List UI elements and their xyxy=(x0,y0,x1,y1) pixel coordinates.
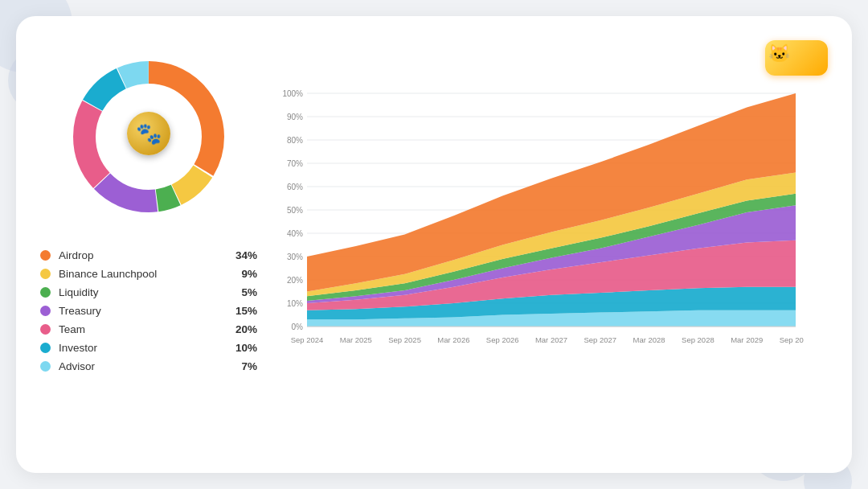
legend-dot xyxy=(40,361,51,372)
x-label: Sep 2026 xyxy=(486,335,519,344)
legend-dot xyxy=(40,250,51,261)
legend-pct: 9% xyxy=(228,268,257,280)
legend-pct: 5% xyxy=(228,286,257,298)
legend-name: Liquidity xyxy=(59,286,228,298)
x-label: Mar 2026 xyxy=(437,335,469,344)
legend-item-advisor: Advisor 7% xyxy=(40,360,257,372)
legend-item-airdrop: Airdrop 34% xyxy=(40,249,257,261)
legend-pct: 7% xyxy=(228,360,257,372)
x-label: Mar 2025 xyxy=(340,335,372,344)
y-label: 60% xyxy=(287,183,303,191)
legend-pct: 10% xyxy=(228,342,257,354)
main-card: 🐾 Airdrop 34% Binance Launchpool 9% Liqu… xyxy=(16,16,852,473)
legend-name: Investor xyxy=(59,342,228,354)
donut-chart: 🐾 xyxy=(60,48,237,225)
y-label: 70% xyxy=(287,159,303,168)
legend-name: Treasury xyxy=(59,305,228,317)
x-label: Sep 2027 xyxy=(583,335,616,344)
legend-item-investor: Investor 10% xyxy=(40,342,257,354)
x-label: Sep 2024 xyxy=(291,335,324,344)
legend-item-binance-launchpool: Binance Launchpool 9% xyxy=(40,268,257,280)
y-label: 20% xyxy=(287,276,303,285)
y-label: 80% xyxy=(287,136,303,145)
y-label: 90% xyxy=(287,113,303,121)
legend: Airdrop 34% Binance Launchpool 9% Liquid… xyxy=(32,249,265,379)
legend-item-team: Team 20% xyxy=(40,323,257,335)
legend-item-liquidity: Liquidity 5% xyxy=(40,286,257,298)
x-label: Mar 2029 xyxy=(731,335,763,344)
legend-pct: 34% xyxy=(228,249,257,261)
legend-pct: 20% xyxy=(228,323,257,335)
area-chart-container: 0%10%20%30%40%50%60%70%80%90%100%Sep 202… xyxy=(273,85,828,449)
legend-name: Binance Launchpool xyxy=(59,268,228,280)
legend-dot xyxy=(40,343,51,353)
chart-header xyxy=(273,40,828,76)
x-label: Sep 2025 xyxy=(388,335,421,344)
y-label: 0% xyxy=(292,323,304,331)
x-label: Sep 2029 xyxy=(780,335,804,344)
right-panel: 0%10%20%30%40%50%60%70%80%90%100%Sep 202… xyxy=(265,40,828,449)
x-label: Mar 2027 xyxy=(535,335,567,344)
donut-center: 🐾 xyxy=(127,112,170,162)
legend-dot xyxy=(40,324,51,335)
y-label: 50% xyxy=(287,206,303,215)
y-label: 100% xyxy=(282,89,303,98)
legend-item-treasury: Treasury 15% xyxy=(40,305,257,317)
y-label: 30% xyxy=(287,253,303,261)
legend-pct: 15% xyxy=(228,305,257,317)
legend-dot xyxy=(40,306,51,316)
y-label: 40% xyxy=(287,229,303,238)
legend-dot xyxy=(40,269,51,279)
brand-logo xyxy=(765,40,828,76)
left-panel: 🐾 Airdrop 34% Binance Launchpool 9% Liqu… xyxy=(32,40,265,449)
legend-dot xyxy=(40,287,51,298)
legend-name: Team xyxy=(59,323,228,335)
legend-name: Airdrop xyxy=(59,249,228,261)
x-label: Mar 2028 xyxy=(633,335,665,344)
y-label: 10% xyxy=(287,299,303,308)
area-chart-svg: 0%10%20%30%40%50%60%70%80%90%100%Sep 202… xyxy=(273,85,804,359)
coin-icon: 🐾 xyxy=(127,112,170,155)
legend-name: Advisor xyxy=(59,360,228,372)
x-label: Sep 2028 xyxy=(682,335,714,344)
